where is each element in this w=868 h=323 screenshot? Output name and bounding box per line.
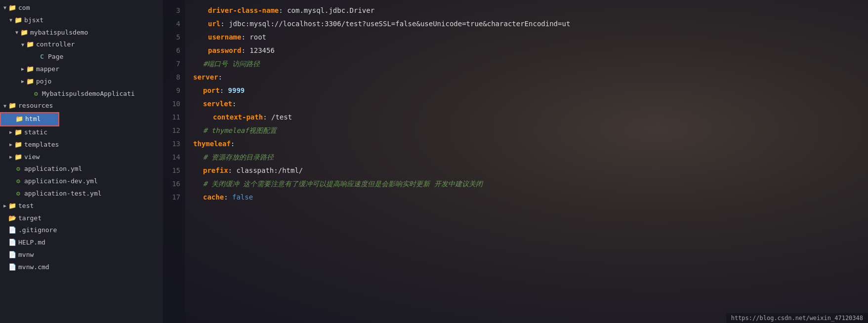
code-line-17: cache : false xyxy=(193,191,860,204)
tree-item-app[interactable]: ⚙ MybatispulsdemoApplicati xyxy=(0,88,163,100)
code-area[interactable]: driver-class-name : com.mysql.jdbc.Drive… xyxy=(185,0,868,323)
tree-label: Page xyxy=(48,52,63,62)
tree-item-pojo[interactable]: ▶ 📁 pojo xyxy=(0,76,163,88)
arrow-icon: ▶ xyxy=(8,141,14,149)
tree-label: bjsxt xyxy=(24,15,43,26)
code-token: # 资源存放的目录路径 xyxy=(203,152,274,163)
tree-item-static[interactable]: ▶ 📁 static xyxy=(0,126,163,139)
tree-item-controller[interactable]: ▼ 📁 controller xyxy=(0,39,163,51)
tree-item-templates[interactable]: ▶ 📁 templates xyxy=(0,139,163,151)
tree-label: test xyxy=(18,201,34,211)
arrow-icon: ▼ xyxy=(14,29,20,37)
code-line-3: driver-class-name : com.mysql.jdbc.Drive… xyxy=(193,4,860,17)
tree-item-application-yml[interactable]: ⚙ application.yml xyxy=(0,163,163,175)
arrow-icon: ▶ xyxy=(8,153,14,161)
tree-label: com xyxy=(18,3,30,13)
tree-item-mapper[interactable]: ▶ 📁 mapper xyxy=(0,63,163,76)
code-token: servlet xyxy=(203,98,232,110)
tree-label: mybatispulsdemo xyxy=(30,28,88,38)
code-token: : classpath:/html/ xyxy=(228,165,303,176)
folder-icon: 📁 xyxy=(14,127,23,138)
tree-item-helpmd[interactable]: 📄 HELP.md xyxy=(0,237,163,249)
code-token: server xyxy=(193,72,218,83)
tree-label: application-dev.yml xyxy=(24,176,98,187)
code-token: : xyxy=(218,72,222,83)
code-token: 9999 xyxy=(228,85,245,96)
folder-icon: 📁 xyxy=(15,114,24,124)
tree-label: view xyxy=(24,152,40,162)
arrow-icon: ▶ xyxy=(20,65,26,73)
tree-item-application-dev-yml[interactable]: ⚙ application-dev.yml xyxy=(0,175,163,188)
folder-icon: 📁 xyxy=(14,152,23,162)
yml-icon: ⚙ xyxy=(14,164,23,174)
code-token: : /test xyxy=(263,112,292,123)
code-line-7: #端口号 访问路径 xyxy=(193,57,860,71)
code-token: cache xyxy=(203,192,224,203)
url-text: https://blog.csdn.net/weixin_47120348 xyxy=(731,315,863,322)
folder-icon: 📁 xyxy=(26,40,35,50)
code-token: password xyxy=(208,45,241,56)
tree-item-resources[interactable]: ▼ 📁 resources xyxy=(0,100,163,112)
class-icon: C xyxy=(38,52,46,62)
tree-item-mvnw-cmd[interactable]: 📄 mvnw.cmd xyxy=(0,261,163,274)
tree-item-mybatispulsdemo[interactable]: ▼ 📁 mybatispulsdemo xyxy=(0,27,163,39)
tree-item-gitignore[interactable]: 📄 .gitignore xyxy=(0,224,163,237)
code-token: : root xyxy=(241,32,266,43)
file-tree: ▼ 📁 com ▼ 📁 bjsxt ▼ 📁 mybatispulsdemo ▼ … xyxy=(0,0,163,323)
code-line-14: # 资源存放的目录路径 xyxy=(193,151,860,164)
code-line-15: prefix : classpath:/html/ xyxy=(193,164,860,177)
tree-label: pojo xyxy=(36,77,51,87)
code-token: : xyxy=(231,138,235,150)
yml-icon: ⚙ xyxy=(14,176,23,187)
code-line-10: servlet : xyxy=(193,97,860,111)
code-editor: 3 4 5 6 7 8 9 10 11 12 13 14 15 16 17 dr… xyxy=(163,0,868,323)
tree-item-application-test-yml[interactable]: ⚙ application-test.yml xyxy=(0,188,163,200)
tree-label: resources xyxy=(18,101,53,111)
code-token: : xyxy=(224,192,232,203)
folder-icon: 📂 xyxy=(8,213,17,224)
folder-icon: 📁 xyxy=(26,77,35,87)
code-token: : xyxy=(232,98,236,110)
tree-item-bjsxt[interactable]: ▼ 📁 bjsxt xyxy=(0,14,163,27)
tree-item-mvnw[interactable]: 📄 mvnw xyxy=(0,249,163,261)
code-token: false xyxy=(232,192,253,203)
code-line-13: thymeleaf : xyxy=(193,137,860,151)
tree-item-html[interactable]: 📁 html xyxy=(0,112,59,126)
tree-label: static xyxy=(24,127,47,138)
folder-icon: 📁 xyxy=(8,3,17,13)
tree-label: mvnw xyxy=(18,250,34,260)
arrow-icon: ▶ xyxy=(8,128,14,136)
folder-icon: 📁 xyxy=(14,15,23,26)
file-icon: 📄 xyxy=(8,250,17,260)
tree-label: mapper xyxy=(36,64,59,75)
code-token: port xyxy=(203,85,220,96)
tree-label: controller xyxy=(36,40,75,50)
folder-icon: 📁 xyxy=(8,201,17,211)
arrow-icon: ▶ xyxy=(20,78,26,85)
code-token: url xyxy=(208,18,220,30)
code-token: : xyxy=(220,85,228,96)
tree-item-view[interactable]: ▶ 📁 view xyxy=(0,151,163,163)
tree-item-page[interactable]: C Page xyxy=(0,51,163,63)
code-line-12: # thymeleaf视图配置 xyxy=(193,124,860,137)
code-token: # 关闭缓冲 这个需要注意有了缓冲可以提高响应速度但是会影响实时更新 开发中建议… xyxy=(203,178,483,190)
arrow-icon: ▼ xyxy=(2,4,8,12)
tree-label: HELP.md xyxy=(18,238,45,248)
code-line-16: # 关闭缓冲 这个需要注意有了缓冲可以提高响应速度但是会影响实时更新 开发中建议… xyxy=(193,177,860,191)
code-token: thymeleaf xyxy=(193,138,231,150)
tree-item-target[interactable]: 📂 target xyxy=(0,212,163,225)
arrow-icon: ▶ xyxy=(2,202,8,210)
folder-icon: 📁 xyxy=(8,101,17,111)
code-line-8: server : xyxy=(193,71,860,84)
code-line-9: port : 9999 xyxy=(193,84,860,97)
file-icon: 📄 xyxy=(8,238,17,248)
tree-label: application.yml xyxy=(24,164,82,174)
code-line-6: password : 123456 xyxy=(193,44,860,57)
folder-icon: 📁 xyxy=(26,64,35,75)
tree-item-test[interactable]: ▶ 📁 test xyxy=(0,200,163,212)
tree-item-com[interactable]: ▼ 📁 com xyxy=(0,2,163,14)
file-icon: 📄 xyxy=(8,225,17,236)
code-token: prefix xyxy=(203,165,228,176)
code-token: context-path xyxy=(213,112,263,123)
code-line-5: username : root xyxy=(193,31,860,44)
